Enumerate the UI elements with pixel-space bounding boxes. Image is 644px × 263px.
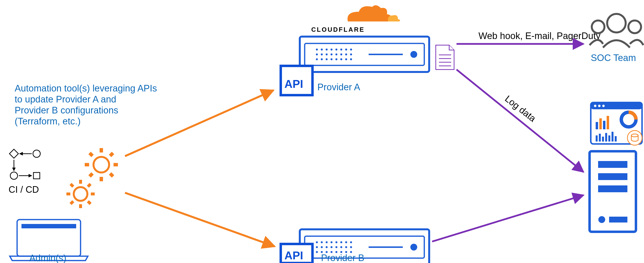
svg-rect-123 xyxy=(608,135,610,142)
svg-point-3 xyxy=(10,172,18,179)
svg-point-7 xyxy=(94,157,109,173)
svg-rect-26 xyxy=(22,224,76,228)
svg-point-29 xyxy=(316,48,318,50)
svg-line-21 xyxy=(70,184,73,187)
svg-point-1 xyxy=(33,150,40,157)
svg-point-77 xyxy=(350,246,352,248)
svg-rect-0 xyxy=(10,149,18,158)
svg-point-45 xyxy=(316,58,318,60)
svg-rect-5 xyxy=(34,173,40,179)
svg-point-31 xyxy=(326,48,328,50)
svg-point-63 xyxy=(321,241,323,243)
svg-point-38 xyxy=(321,53,323,55)
provider-a-label: Provider A xyxy=(317,82,360,92)
svg-point-35 xyxy=(345,48,347,50)
svg-point-71 xyxy=(321,246,323,248)
svg-point-70 xyxy=(316,246,318,248)
svg-point-37 xyxy=(316,53,318,55)
api-label-a: API xyxy=(284,78,303,90)
automation-text-line1: Automation tool(s) leveraging APIs xyxy=(15,83,157,93)
cicd-icon xyxy=(10,149,40,179)
cloudflare-logo xyxy=(348,5,400,21)
provider-b-server-icon xyxy=(300,229,429,263)
svg-rect-124 xyxy=(612,132,614,142)
soc-team-label: SOC Team xyxy=(591,53,636,63)
svg-point-42 xyxy=(340,53,342,55)
svg-point-36 xyxy=(350,48,352,50)
svg-point-34 xyxy=(340,48,342,50)
svg-point-76 xyxy=(345,246,347,248)
automation-text-line4: (Terraform, etc.) xyxy=(15,116,80,126)
svg-point-49 xyxy=(336,58,338,60)
svg-rect-122 xyxy=(605,133,607,142)
svg-point-78 xyxy=(316,251,318,253)
svg-rect-117 xyxy=(607,116,609,129)
cloudflare-label: CLOUDFLARE xyxy=(311,26,365,33)
architecture-diagram: Automation tool(s) leveraging APIs to up… xyxy=(0,0,644,263)
svg-point-47 xyxy=(326,58,328,60)
log-server-icon xyxy=(590,151,636,232)
svg-rect-125 xyxy=(615,136,617,142)
svg-point-32 xyxy=(330,48,332,50)
svg-point-30 xyxy=(321,48,323,50)
svg-point-111 xyxy=(594,105,596,107)
arrow-gears-to-provider-b xyxy=(125,193,275,247)
svg-rect-119 xyxy=(596,135,598,142)
svg-rect-114 xyxy=(596,122,598,129)
svg-point-39 xyxy=(326,53,328,55)
arrow-providerb-to-server xyxy=(432,195,584,242)
svg-point-41 xyxy=(336,53,338,55)
svg-rect-106 xyxy=(598,185,628,192)
arrow-gears-to-provider-a xyxy=(125,90,274,156)
svg-point-50 xyxy=(340,58,342,60)
svg-point-112 xyxy=(598,105,600,107)
svg-point-75 xyxy=(340,246,342,248)
svg-point-54 xyxy=(410,51,417,58)
svg-point-64 xyxy=(326,241,328,243)
svg-line-15 xyxy=(110,153,113,156)
svg-point-43 xyxy=(345,53,347,55)
webhook-label: Web hook, E-mail, PagerDuty xyxy=(478,31,600,41)
svg-point-51 xyxy=(345,58,347,60)
cicd-label: CI / CD xyxy=(8,184,39,195)
svg-point-107 xyxy=(598,216,605,223)
svg-point-113 xyxy=(602,105,605,107)
svg-line-24 xyxy=(88,184,90,187)
api-label-b: API xyxy=(284,249,303,262)
arrow-logdata-to-server xyxy=(456,69,584,172)
svg-line-22 xyxy=(88,201,90,204)
automation-text-line2: to update Provider A and xyxy=(15,94,116,104)
gears-icon xyxy=(66,148,118,208)
svg-point-126 xyxy=(628,131,642,145)
svg-point-72 xyxy=(326,246,328,248)
automation-text-line3: Provider B configurations xyxy=(15,105,118,115)
svg-rect-115 xyxy=(599,118,602,129)
svg-point-74 xyxy=(336,246,338,248)
api-b-actual: API xyxy=(281,244,312,263)
svg-point-73 xyxy=(330,246,332,248)
svg-point-68 xyxy=(345,241,347,243)
svg-point-62 xyxy=(316,241,318,243)
svg-point-33 xyxy=(336,48,338,50)
admins-label-text: Admin(s) xyxy=(29,253,66,263)
svg-line-12 xyxy=(90,153,92,156)
provider-b-label: Provider B xyxy=(321,253,364,263)
document-icon xyxy=(436,45,454,69)
svg-point-87 xyxy=(410,244,417,251)
svg-point-44 xyxy=(350,53,352,55)
svg-point-100 xyxy=(607,14,626,32)
svg-rect-116 xyxy=(603,121,606,129)
svg-point-65 xyxy=(330,241,332,243)
svg-point-69 xyxy=(350,241,352,243)
svg-point-40 xyxy=(330,53,332,55)
svg-point-102 xyxy=(628,20,641,33)
svg-rect-105 xyxy=(598,173,628,180)
provider-a-server-icon xyxy=(300,37,429,72)
api-box-a: API xyxy=(281,66,312,95)
svg-line-13 xyxy=(110,174,113,176)
svg-point-66 xyxy=(336,241,338,243)
svg-rect-104 xyxy=(598,161,628,168)
svg-rect-121 xyxy=(602,137,604,142)
svg-point-48 xyxy=(330,58,332,60)
svg-point-52 xyxy=(350,58,352,60)
